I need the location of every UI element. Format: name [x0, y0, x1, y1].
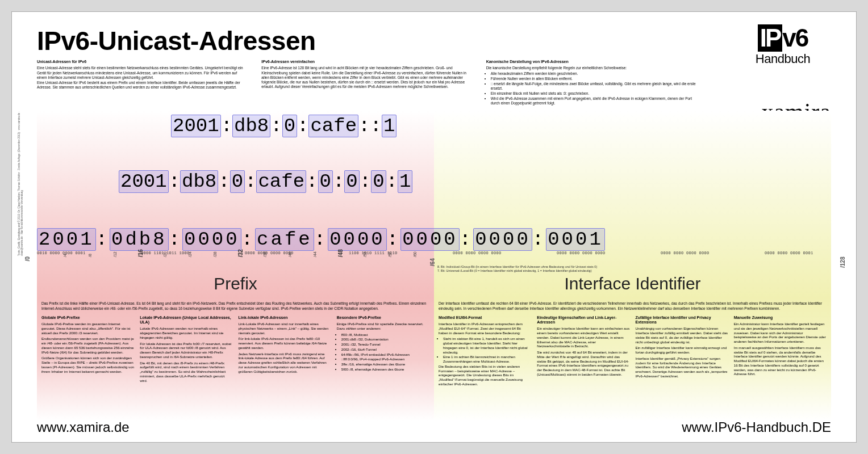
topcol3-h: Kanonische Darstellung von IPv6-Adressen [486, 60, 697, 64]
section-headings: Prefix Interface Identifier [37, 275, 831, 292]
page-title: IPv6-Unicast-Adressen [37, 28, 316, 54]
prefix-special: Besondere IPv6-PrefixeEinige IPv6-Prefix… [337, 316, 429, 385]
prefix-half: Das Prefix ist die linke Hälfte einer IP… [37, 298, 434, 421]
credits: Texte, Grafik, Gestaltung und © 2013: Dr… [18, 97, 24, 256]
heading-prefix: Prefix [37, 275, 434, 292]
addr-full: 2001:0db8:0000:cafe:0000:0000:0000:0001 [37, 230, 831, 249]
topcol2-h: IPv6-Adressen vereinfachen [261, 60, 472, 64]
logo-ip: IP [758, 24, 783, 52]
topcol1-h: Unicast-Adressen für IPv6 [37, 60, 248, 64]
footer-left-url: www.xamira.de [37, 421, 130, 434]
address-diagram: 2001:db8:0:cafe::1 2001:db8:0:cafe:0:0:0… [37, 111, 831, 298]
iid-eui64: Modified EUI64-FormatInterface Identifie… [439, 316, 531, 388]
ipv6-handbook-logo: IPv6 Handbuch [735, 24, 831, 65]
topcol-unicast: Unicast-Adressen für IPv6 Eine Unicast-A… [37, 60, 248, 106]
addr-short: 2001:db8:0:cafe::1 [171, 116, 397, 136]
iid-privacy: Zufällige Interface Identifier und Priva… [636, 316, 728, 388]
logo-v6: v6 [782, 26, 808, 51]
iid-half: Der Interface Identifier umfasst die rec… [434, 298, 831, 421]
heading-iid: Interface Identifier [434, 275, 831, 292]
topcol-canonical: Kanonische Darstellung von IPv6-Adressen… [486, 60, 697, 106]
footer-right-url: www.IPv6-Handbuch.DE [682, 421, 831, 434]
mark-128: /128 [840, 257, 845, 268]
topcol-simplify: IPv6-Adressen vereinfachen Eine IPv6-Adr… [261, 60, 472, 106]
footer: www.xamira.de www.IPv6-Handbuch.DE [12, 421, 856, 442]
iid-manual: Manuelle ZuweisungEin Administrator kann… [734, 316, 827, 388]
header: IPv6-Unicast-Adressen IPv6 Handbuch [12, 12, 856, 54]
bit-footnotes: 8. Bit: Individual-/Group-Bit (In einem … [437, 265, 831, 272]
prefix-global: Globale IPv6-PrefixeGlobale IPv6-Prefixe… [41, 316, 134, 385]
bit-row: 0010 0000 0000 0001 0000 1101 1011 1000 … [37, 251, 831, 255]
iid-linklayer: Eindeutige Eigenschaften und Link-Layer-… [537, 316, 629, 388]
detail-columns: Das Prefix ist die linke Hälfte einer IP… [37, 298, 831, 421]
addr-medium: 2001:db8:0:cafe:0:0:0:1 [119, 172, 412, 191]
poster: Texte, Grafik, Gestaltung und © 2013: Dr… [11, 11, 857, 443]
logo-subtitle: Handbuch [735, 53, 831, 65]
mark-0: /0 [25, 257, 31, 261]
prefix-ula: Lokale IPv6-Adressen (Unique Local Addre… [140, 316, 232, 385]
prefix-linklocal: Link-lokale IPv6-AdressenLink-Lokale IPv… [239, 316, 331, 385]
